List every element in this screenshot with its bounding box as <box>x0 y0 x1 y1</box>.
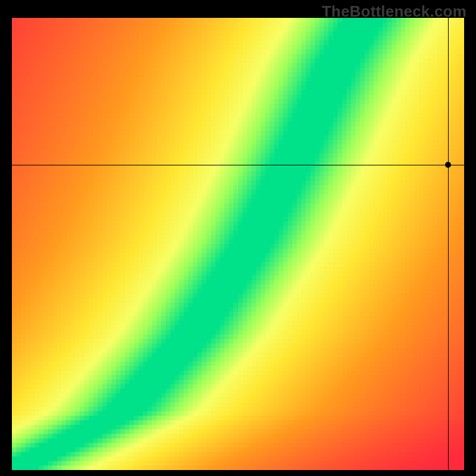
heatmap-plot <box>12 18 464 470</box>
chart-frame: TheBottleneck.com <box>0 0 476 476</box>
heatmap-canvas <box>12 18 464 470</box>
